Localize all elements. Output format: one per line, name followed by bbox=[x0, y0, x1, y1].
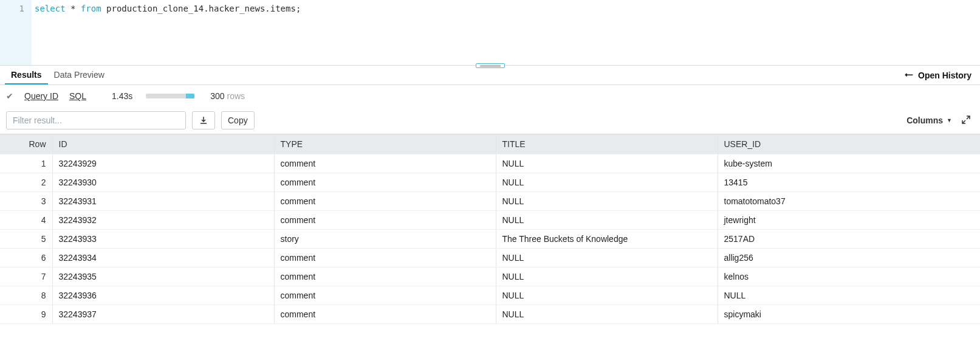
cell-rownum: 1 bbox=[0, 154, 52, 173]
cell-user: spicymaki bbox=[718, 305, 980, 323]
table-row[interactable]: 732243935commentNULLkelnos bbox=[0, 267, 980, 286]
cell-type: comment bbox=[274, 248, 496, 267]
cell-title: NULL bbox=[496, 305, 718, 323]
query-progress-bar bbox=[146, 94, 194, 98]
table-row[interactable]: 332243931commentNULLtomatotomato37 bbox=[0, 191, 980, 210]
cell-id: 32243929 bbox=[52, 154, 274, 173]
cell-id: 32243930 bbox=[52, 173, 274, 191]
results-tabbar: Results Data Preview ⭠ Open History bbox=[0, 66, 980, 85]
cell-title: NULL bbox=[496, 267, 718, 286]
cell-user: 2517AD bbox=[718, 229, 980, 248]
cell-title: NULL bbox=[496, 191, 718, 210]
query-status-row: ✔ Query ID SQL 1.43s 300 rows bbox=[0, 85, 980, 107]
cell-type: comment bbox=[274, 305, 496, 323]
cell-id: 32243936 bbox=[52, 286, 274, 305]
filter-result-input[interactable] bbox=[6, 111, 186, 129]
cell-type: comment bbox=[274, 191, 496, 210]
cell-id: 32243933 bbox=[52, 229, 274, 248]
sql-link[interactable]: SQL bbox=[69, 91, 86, 101]
cell-type: comment bbox=[274, 267, 496, 286]
table-row[interactable]: 232243930commentNULL13415 bbox=[0, 173, 980, 191]
rows-count-word: rows bbox=[227, 91, 245, 101]
sql-keyword-from: from bbox=[81, 4, 101, 13]
sql-rest: production_clone_14.hacker_news.items; bbox=[101, 4, 301, 13]
table-row[interactable]: 632243934commentNULLallig256 bbox=[0, 248, 980, 267]
tab-data-preview[interactable]: Data Preview bbox=[48, 66, 111, 84]
query-id-link[interactable]: Query ID bbox=[24, 91, 58, 101]
cell-user: kelnos bbox=[718, 267, 980, 286]
cell-rownum: 2 bbox=[0, 173, 52, 191]
expand-icon bbox=[962, 115, 970, 124]
rows-count: 300 rows bbox=[210, 91, 245, 101]
open-history-button[interactable]: ⭠ Open History bbox=[905, 71, 975, 80]
cell-rownum: 7 bbox=[0, 267, 52, 286]
results-table-wrap[interactable]: Row ID TYPE TITLE USER_ID 132243929comme… bbox=[0, 134, 980, 355]
chevron-down-icon: ▼ bbox=[947, 117, 952, 123]
cell-rownum: 9 bbox=[0, 305, 52, 323]
cell-rownum: 5 bbox=[0, 229, 52, 248]
cell-id: 32243934 bbox=[52, 248, 274, 267]
cell-rownum: 8 bbox=[0, 286, 52, 305]
cell-user: kube-system bbox=[718, 154, 980, 173]
columns-label: Columns bbox=[906, 115, 943, 125]
rows-count-number: 300 bbox=[210, 91, 224, 101]
cell-id: 32243931 bbox=[52, 191, 274, 210]
cell-id: 32243937 bbox=[52, 305, 274, 323]
cell-type: comment bbox=[274, 154, 496, 173]
cell-user: tomatotomato37 bbox=[718, 191, 980, 210]
cell-id: 32243935 bbox=[52, 267, 274, 286]
col-header-title[interactable]: TITLE bbox=[496, 134, 718, 154]
columns-dropdown[interactable]: Columns ▼ bbox=[906, 115, 952, 125]
tab-results[interactable]: Results bbox=[5, 66, 48, 84]
cell-type: comment bbox=[274, 210, 496, 229]
arrow-left-icon: ⭠ bbox=[905, 71, 913, 80]
cell-id: 32243932 bbox=[52, 210, 274, 229]
results-table: Row ID TYPE TITLE USER_ID 132243929comme… bbox=[0, 134, 980, 324]
col-header-user[interactable]: USER_ID bbox=[718, 134, 980, 154]
download-icon bbox=[199, 115, 208, 125]
cell-title: NULL bbox=[496, 210, 718, 229]
cell-title: NULL bbox=[496, 173, 718, 191]
editor-gutter: 1 bbox=[0, 0, 32, 65]
cell-rownum: 3 bbox=[0, 191, 52, 210]
table-header-row: Row ID TYPE TITLE USER_ID bbox=[0, 134, 980, 154]
sql-editor[interactable]: 1 select * from production_clone_14.hack… bbox=[0, 0, 980, 66]
expand-button[interactable] bbox=[958, 115, 974, 126]
sql-keyword-select: select bbox=[35, 4, 66, 13]
cell-user: jtewright bbox=[718, 210, 980, 229]
cell-rownum: 6 bbox=[0, 248, 52, 267]
copy-button[interactable]: Copy bbox=[221, 111, 255, 129]
cell-rownum: 4 bbox=[0, 210, 52, 229]
col-header-id[interactable]: ID bbox=[52, 134, 274, 154]
cell-user: NULL bbox=[718, 286, 980, 305]
download-button[interactable] bbox=[192, 111, 215, 129]
cell-type: story bbox=[274, 229, 496, 248]
gutter-line-number: 1 bbox=[0, 2, 24, 15]
cell-title: NULL bbox=[496, 248, 718, 267]
open-history-label: Open History bbox=[918, 71, 971, 80]
results-toolbar: Copy Columns ▼ bbox=[0, 107, 980, 134]
tab-results-label: Results bbox=[11, 70, 42, 80]
tab-data-preview-label: Data Preview bbox=[54, 70, 105, 80]
copy-button-label: Copy bbox=[228, 115, 248, 125]
query-time: 1.43s bbox=[112, 91, 132, 101]
table-row[interactable]: 932243937commentNULLspicymaki bbox=[0, 305, 980, 323]
cell-type: comment bbox=[274, 173, 496, 191]
cell-type: comment bbox=[274, 286, 496, 305]
cell-title: NULL bbox=[496, 286, 718, 305]
cell-title: The Three Buckets of Knowledge bbox=[496, 229, 718, 248]
editor-code[interactable]: select * from production_clone_14.hacker… bbox=[32, 0, 980, 65]
panel-resize-handle[interactable] bbox=[476, 63, 505, 68]
table-row[interactable]: 832243936commentNULLNULL bbox=[0, 286, 980, 305]
sql-star: * bbox=[66, 4, 81, 13]
table-row[interactable]: 432243932commentNULLjtewright bbox=[0, 210, 980, 229]
cell-user: allig256 bbox=[718, 248, 980, 267]
table-row[interactable]: 532243933storyThe Three Buckets of Knowl… bbox=[0, 229, 980, 248]
table-row[interactable]: 132243929commentNULLkube-system bbox=[0, 154, 980, 173]
cell-user: 13415 bbox=[718, 173, 980, 191]
col-header-row[interactable]: Row bbox=[0, 134, 52, 154]
col-header-type[interactable]: TYPE bbox=[274, 134, 496, 154]
check-icon: ✔ bbox=[6, 91, 13, 101]
cell-title: NULL bbox=[496, 154, 718, 173]
